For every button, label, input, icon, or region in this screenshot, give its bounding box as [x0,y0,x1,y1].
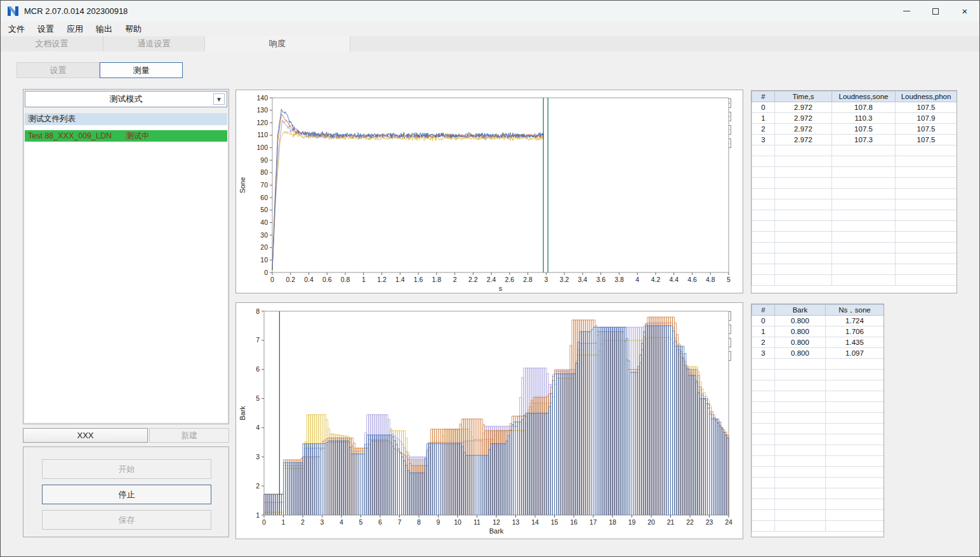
menu-item-1[interactable]: 设置 [31,22,60,36]
table-cell [752,434,775,445]
table-cell: 0.800 [775,316,826,326]
table-row[interactable] [752,499,884,510]
svg-text:1: 1 [282,518,286,526]
save-button[interactable]: 保存 [42,510,211,530]
table-cell [775,488,826,499]
menu-item-4[interactable]: 帮助 [119,22,148,36]
table-row[interactable] [752,264,957,275]
stop-button[interactable]: 停止 [42,485,211,504]
table-row[interactable] [752,243,957,253]
start-button[interactable]: 开始 [42,459,211,479]
table-row[interactable] [752,391,884,402]
table-cell [752,264,775,275]
svg-text:0.4: 0.4 [304,276,314,283]
table-row[interactable]: 32.972107.3107.5 [752,135,957,145]
column-header[interactable]: # [752,91,775,102]
column-header[interactable]: Time,s [775,91,832,102]
table-cell [826,370,884,380]
table-row[interactable] [752,445,884,456]
table-cell [896,232,957,243]
table-cell [752,445,775,456]
table-row[interactable] [752,521,884,532]
svg-text:110: 110 [257,131,268,138]
table-row[interactable] [752,167,957,178]
table-row[interactable]: 10.8001.706 [752,326,884,337]
svg-text:s: s [499,285,503,292]
table-row[interactable] [752,413,884,424]
svg-text:8: 8 [417,518,421,526]
tab-0[interactable]: 文档设置 [1,36,103,51]
table-row[interactable] [752,456,884,467]
tab-1[interactable]: 通道设置 [103,36,205,51]
table-row[interactable] [752,221,957,232]
table-row[interactable]: 22.972107.5107.5 [752,124,957,135]
table-row[interactable] [752,275,957,286]
table-cell: 1.706 [826,326,884,337]
svg-text:16: 16 [570,518,578,526]
subtab-settings[interactable]: 设置 [17,62,100,78]
xxx-button[interactable]: XXX [23,428,148,443]
table-cell [752,253,775,264]
table-row[interactable]: 00.8001.724 [752,316,884,326]
svg-text:Sone: Sone [239,177,246,194]
table-row[interactable]: 20.8001.435 [752,337,884,348]
table-row[interactable] [752,488,884,499]
menu-item-3[interactable]: 输出 [89,22,119,36]
window-controls: × [892,1,979,22]
table-cell: 1.097 [826,348,884,359]
table-row[interactable] [752,189,957,199]
table-cell [832,275,896,286]
test-file-item[interactable]: Test 88_XXX_009_LDN测试中 [25,130,227,142]
table-cell [775,243,832,253]
table-cell: 2.972 [775,135,832,145]
table-row[interactable] [752,359,884,370]
svg-text:0: 0 [262,518,266,526]
table-cell [775,232,832,243]
table-row[interactable] [752,380,884,391]
maximize-button[interactable] [921,1,950,22]
table-row[interactable] [752,434,884,445]
subtab-measure[interactable]: 测量 [100,62,183,78]
table-cell [752,210,775,221]
menu-item-0[interactable]: 文件 [2,22,31,36]
table-row[interactable] [752,510,884,521]
test-mode-select[interactable]: 测试模式 ▼ [25,91,227,107]
table-row[interactable] [752,424,884,434]
table-row[interactable] [752,402,884,413]
table-row[interactable] [752,253,957,264]
table-row[interactable] [752,145,957,156]
svg-text:2: 2 [453,276,457,283]
column-header[interactable]: Loudness,sone [832,91,896,102]
table-row[interactable] [752,199,957,210]
table-cell [896,178,957,189]
table-row[interactable]: 02.972107.8107.5 [752,102,957,113]
table-cell [775,445,826,456]
table-cell [775,456,826,467]
column-header[interactable]: # [752,305,775,316]
table-row[interactable] [752,178,957,189]
tab-2[interactable]: 响度 [205,36,350,51]
new-button[interactable]: 新建 [149,428,229,443]
svg-text:3.4: 3.4 [578,276,588,283]
table-row[interactable] [752,232,957,243]
close-button[interactable]: × [950,1,979,22]
table-row[interactable]: 12.972110.3107.9 [752,113,957,124]
column-header[interactable]: Bark [775,305,826,316]
table-row[interactable] [752,210,957,221]
table-row[interactable] [752,370,884,380]
column-header[interactable]: Ns，sone [826,305,884,316]
chevron-down-icon[interactable]: ▼ [213,93,225,105]
table-cell: 0 [752,102,775,113]
table-cell [832,145,896,156]
svg-text:Bark: Bark [239,406,246,420]
column-header[interactable]: Loudness,phon [896,91,957,102]
table-row[interactable]: 30.8001.097 [752,348,884,359]
table-row[interactable] [752,467,884,478]
close-icon: × [962,6,968,17]
menu-item-2[interactable]: 应用 [60,22,89,36]
table-cell [896,210,957,221]
table-cell: 1.435 [826,337,884,348]
minimize-button[interactable] [892,1,921,22]
table-row[interactable] [752,478,884,488]
table-row[interactable] [752,156,957,167]
